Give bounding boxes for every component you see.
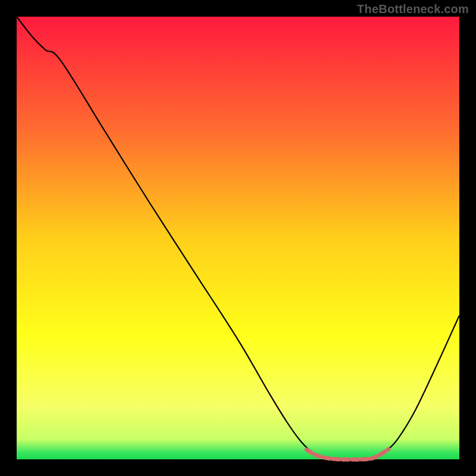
bottleneck-chart	[0, 0, 476, 476]
chart-frame: { "watermark": "TheBottleneck.com", "cha…	[0, 0, 476, 476]
watermark-text: TheBottleneck.com	[357, 2, 469, 16]
plot-background	[17, 17, 459, 459]
